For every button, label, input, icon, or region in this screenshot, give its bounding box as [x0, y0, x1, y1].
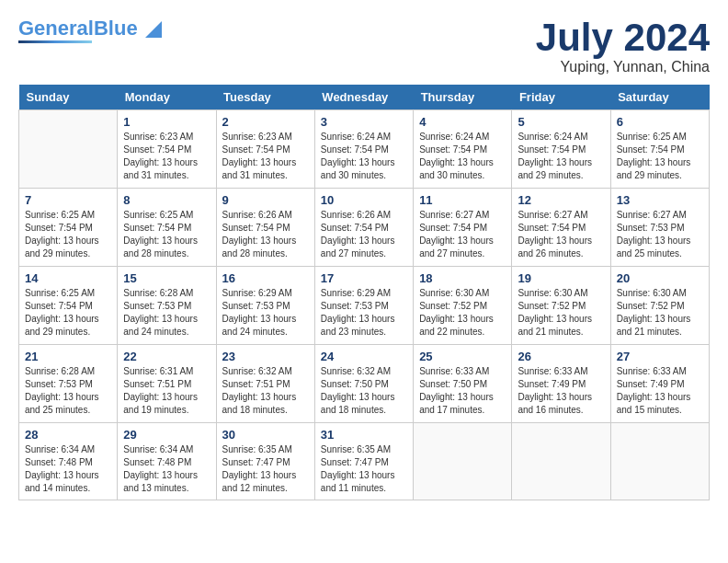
table-row: 17Sunrise: 6:29 AM Sunset: 7:53 PM Dayli…: [314, 267, 413, 345]
table-row: 16Sunrise: 6:29 AM Sunset: 7:53 PM Dayli…: [216, 267, 314, 345]
table-row: 15Sunrise: 6:28 AM Sunset: 7:53 PM Dayli…: [118, 267, 216, 345]
calendar-week-row: 14Sunrise: 6:25 AM Sunset: 7:54 PM Dayli…: [19, 267, 710, 345]
day-info: Sunrise: 6:33 AM Sunset: 7:50 PM Dayligh…: [419, 365, 506, 417]
table-row: 20Sunrise: 6:30 AM Sunset: 7:52 PM Dayli…: [610, 267, 709, 345]
day-number: 7: [25, 193, 111, 207]
day-number: 14: [25, 271, 111, 285]
day-number: 19: [518, 271, 604, 285]
header-saturday: Saturday: [610, 85, 709, 110]
day-info: Sunrise: 6:33 AM Sunset: 7:49 PM Dayligh…: [617, 365, 703, 417]
day-number: 27: [617, 350, 703, 363]
day-number: 8: [123, 193, 210, 207]
day-number: 13: [617, 193, 703, 207]
table-row: 12Sunrise: 6:27 AM Sunset: 7:54 PM Dayli…: [512, 189, 610, 267]
table-row: 1Sunrise: 6:23 AM Sunset: 7:54 PM Daylig…: [118, 110, 216, 189]
header-tuesday: Tuesday: [216, 85, 314, 110]
calendar-week-row: 21Sunrise: 6:28 AM Sunset: 7:53 PM Dayli…: [19, 345, 710, 423]
day-info: Sunrise: 6:28 AM Sunset: 7:53 PM Dayligh…: [25, 365, 111, 417]
day-number: 12: [518, 193, 604, 207]
day-number: 1: [123, 115, 210, 129]
calendar-week-row: 7Sunrise: 6:25 AM Sunset: 7:54 PM Daylig…: [19, 189, 710, 267]
day-info: Sunrise: 6:25 AM Sunset: 7:54 PM Dayligh…: [617, 131, 703, 182]
day-info: Sunrise: 6:27 AM Sunset: 7:53 PM Dayligh…: [617, 209, 703, 260]
calendar-week-row: 1Sunrise: 6:23 AM Sunset: 7:54 PM Daylig…: [19, 110, 710, 189]
day-info: Sunrise: 6:25 AM Sunset: 7:54 PM Dayligh…: [25, 287, 111, 339]
day-info: Sunrise: 6:24 AM Sunset: 7:54 PM Dayligh…: [419, 131, 506, 182]
day-number: 5: [518, 115, 604, 129]
day-info: Sunrise: 6:24 AM Sunset: 7:54 PM Dayligh…: [321, 131, 407, 182]
logo-general: General: [18, 17, 94, 40]
table-row: 8Sunrise: 6:25 AM Sunset: 7:54 PM Daylig…: [118, 189, 216, 267]
table-row: 23Sunrise: 6:32 AM Sunset: 7:51 PM Dayli…: [216, 345, 314, 423]
day-number: 29: [123, 428, 210, 442]
day-info: Sunrise: 6:33 AM Sunset: 7:49 PM Dayligh…: [518, 365, 604, 417]
header-thursday: Thursday: [414, 85, 512, 110]
svg-marker-0: [145, 21, 162, 38]
table-row: 24Sunrise: 6:32 AM Sunset: 7:50 PM Dayli…: [314, 345, 413, 423]
logo-line: [18, 40, 92, 43]
table-row: 19Sunrise: 6:30 AM Sunset: 7:52 PM Dayli…: [512, 267, 610, 345]
day-number: 30: [222, 428, 309, 442]
day-info: Sunrise: 6:28 AM Sunset: 7:53 PM Dayligh…: [123, 287, 210, 339]
table-row: 30Sunrise: 6:35 AM Sunset: 7:47 PM Dayli…: [216, 423, 314, 500]
day-number: 6: [617, 115, 703, 129]
day-number: 10: [321, 193, 407, 207]
header-sunday: Sunday: [19, 85, 118, 110]
logo-text: GeneralBlue: [18, 18, 162, 39]
header-monday: Monday: [118, 85, 216, 110]
calendar-table: Sunday Monday Tuesday Wednesday Thursday…: [18, 85, 710, 500]
logo: GeneralBlue: [18, 18, 162, 43]
day-info: Sunrise: 6:27 AM Sunset: 7:54 PM Dayligh…: [419, 209, 506, 260]
table-row: 26Sunrise: 6:33 AM Sunset: 7:49 PM Dayli…: [512, 345, 610, 423]
header-friday: Friday: [512, 85, 610, 110]
day-number: 24: [321, 350, 407, 363]
day-number: 18: [419, 271, 506, 285]
table-row: 9Sunrise: 6:26 AM Sunset: 7:54 PM Daylig…: [216, 189, 314, 267]
table-row: 25Sunrise: 6:33 AM Sunset: 7:50 PM Dayli…: [414, 345, 512, 423]
day-number: 20: [617, 271, 703, 285]
day-info: Sunrise: 6:35 AM Sunset: 7:47 PM Dayligh…: [222, 443, 309, 495]
day-number: 3: [321, 115, 407, 129]
day-info: Sunrise: 6:25 AM Sunset: 7:54 PM Dayligh…: [25, 209, 111, 260]
day-number: 4: [419, 115, 506, 129]
logo-blue: Blue: [94, 17, 138, 40]
day-number: 11: [419, 193, 506, 207]
table-row: 28Sunrise: 6:34 AM Sunset: 7:48 PM Dayli…: [19, 423, 118, 500]
day-info: Sunrise: 6:35 AM Sunset: 7:47 PM Dayligh…: [321, 443, 407, 495]
day-number: 28: [25, 428, 111, 442]
day-info: Sunrise: 6:26 AM Sunset: 7:54 PM Dayligh…: [321, 209, 407, 260]
table-row: 18Sunrise: 6:30 AM Sunset: 7:52 PM Dayli…: [414, 267, 512, 345]
table-row: [414, 423, 512, 500]
day-number: 21: [25, 350, 111, 363]
table-row: 11Sunrise: 6:27 AM Sunset: 7:54 PM Dayli…: [414, 189, 512, 267]
day-info: Sunrise: 6:24 AM Sunset: 7:54 PM Dayligh…: [518, 131, 604, 182]
day-number: 22: [123, 350, 210, 363]
day-info: Sunrise: 6:23 AM Sunset: 7:54 PM Dayligh…: [123, 131, 210, 182]
table-row: 21Sunrise: 6:28 AM Sunset: 7:53 PM Dayli…: [19, 345, 118, 423]
day-info: Sunrise: 6:32 AM Sunset: 7:50 PM Dayligh…: [321, 365, 407, 417]
table-row: [19, 110, 118, 189]
day-number: 15: [123, 271, 210, 285]
day-info: Sunrise: 6:27 AM Sunset: 7:54 PM Dayligh…: [518, 209, 604, 260]
day-number: 2: [222, 115, 309, 129]
day-info: Sunrise: 6:31 AM Sunset: 7:51 PM Dayligh…: [123, 365, 210, 417]
day-number: 9: [222, 193, 309, 207]
calendar-week-row: 28Sunrise: 6:34 AM Sunset: 7:48 PM Dayli…: [19, 423, 710, 500]
table-row: 14Sunrise: 6:25 AM Sunset: 7:54 PM Dayli…: [19, 267, 118, 345]
day-number: 25: [419, 350, 506, 363]
day-number: 26: [518, 350, 604, 363]
day-info: Sunrise: 6:30 AM Sunset: 7:52 PM Dayligh…: [518, 287, 604, 339]
day-info: Sunrise: 6:30 AM Sunset: 7:52 PM Dayligh…: [617, 287, 703, 339]
table-row: 3Sunrise: 6:24 AM Sunset: 7:54 PM Daylig…: [314, 110, 413, 189]
day-info: Sunrise: 6:34 AM Sunset: 7:48 PM Dayligh…: [25, 443, 111, 495]
table-row: 7Sunrise: 6:25 AM Sunset: 7:54 PM Daylig…: [19, 189, 118, 267]
page-header: GeneralBlue July 2024 Yuping, Yunnan, Ch…: [18, 18, 710, 75]
day-info: Sunrise: 6:23 AM Sunset: 7:54 PM Dayligh…: [222, 131, 309, 182]
table-row: 2Sunrise: 6:23 AM Sunset: 7:54 PM Daylig…: [216, 110, 314, 189]
day-number: 23: [222, 350, 309, 363]
table-row: [610, 423, 709, 500]
day-info: Sunrise: 6:29 AM Sunset: 7:53 PM Dayligh…: [222, 287, 309, 339]
day-number: 16: [222, 271, 309, 285]
table-row: 10Sunrise: 6:26 AM Sunset: 7:54 PM Dayli…: [314, 189, 413, 267]
day-number: 17: [321, 271, 407, 285]
